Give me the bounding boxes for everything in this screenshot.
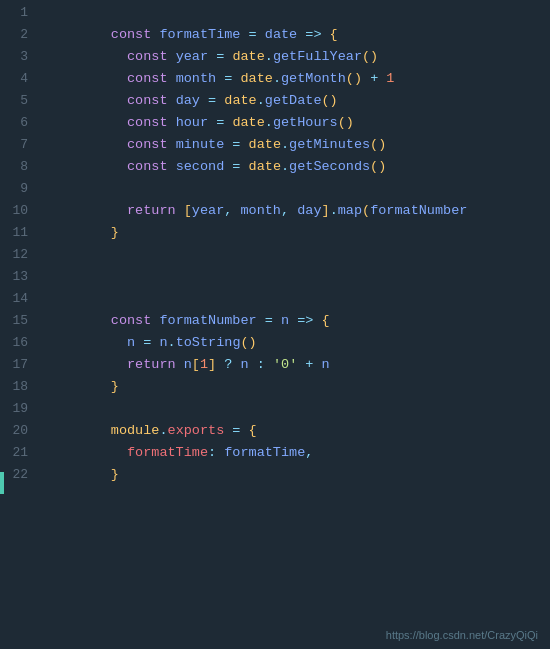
watermark: https://blog.csdn.net/CrazyQiQi <box>386 629 538 641</box>
code-line: module.exports = { <box>46 398 550 420</box>
code-line: return [year, month, day].map(formatNumb… <box>46 178 550 200</box>
code-line <box>46 244 550 266</box>
line-numbers: 1 2 3 4 5 6 7 8 9 10 11 12 13 14 15 16 1… <box>0 0 38 649</box>
code-line: const formatTime = date => { <box>46 2 550 24</box>
code-editor: 1 2 3 4 5 6 7 8 9 10 11 12 13 14 15 16 1… <box>0 0 550 649</box>
code-line <box>46 376 550 398</box>
code-line <box>46 464 550 486</box>
code-line <box>46 222 550 244</box>
code-line: const formatNumber = n => { <box>46 288 550 310</box>
code-area: 1 2 3 4 5 6 7 8 9 10 11 12 13 14 15 16 1… <box>0 0 550 649</box>
code-line <box>46 266 550 288</box>
code-content: const formatTime = date => { const year … <box>38 0 550 649</box>
line-indicator <box>0 472 4 494</box>
